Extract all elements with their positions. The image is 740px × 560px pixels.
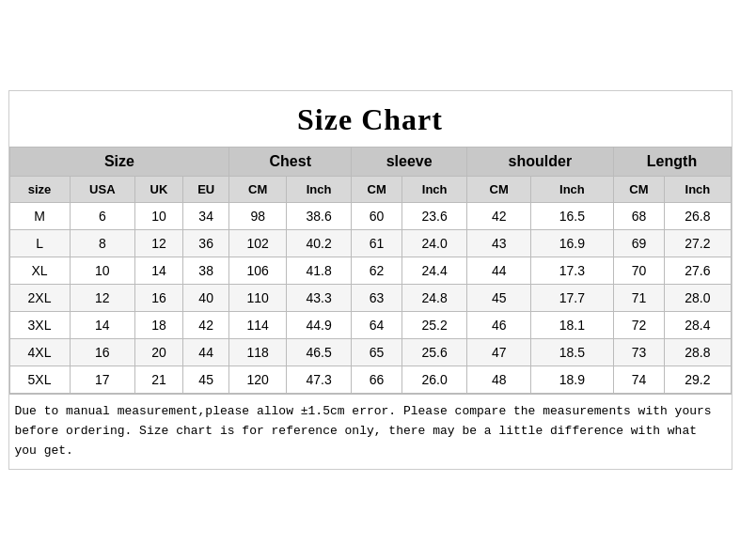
cell-usa: 6: [70, 203, 134, 230]
cell-length_inch: 28.0: [665, 285, 731, 312]
cell-shoulder_cm: 42: [467, 203, 531, 230]
col-uk: UK: [135, 177, 183, 203]
size-chart-table: Size Chest sleeve shoulder Length size U…: [9, 147, 732, 394]
cell-uk: 18: [135, 312, 183, 339]
col-sleeve-inch: Inch: [402, 177, 467, 203]
table-row: 2XL12164011043.36324.84517.77128.0: [9, 285, 731, 312]
cell-size: 2XL: [9, 285, 70, 312]
table-row: M610349838.66023.64216.56826.8: [9, 203, 731, 230]
cell-sleeve_cm: 63: [352, 285, 402, 312]
category-header-row: Size Chest sleeve shoulder Length: [9, 148, 731, 177]
cell-chest_cm: 102: [229, 230, 287, 257]
cell-size: 3XL: [9, 312, 70, 339]
cell-sleeve_cm: 66: [352, 366, 402, 394]
footer-note: Due to manual measurement,please allow ±…: [9, 394, 732, 468]
cell-usa: 12: [70, 285, 134, 312]
cell-size: M: [9, 203, 70, 230]
size-chart-container: Size Chart Size Chest sleeve shoulder Le…: [8, 90, 732, 469]
cell-length_inch: 28.8: [665, 339, 731, 366]
cell-shoulder_cm: 46: [467, 312, 531, 339]
cell-length_cm: 69: [613, 230, 665, 257]
cell-usa: 16: [70, 339, 134, 366]
col-shoulder-inch: Inch: [531, 177, 613, 203]
cell-chest_inch: 44.9: [287, 312, 352, 339]
cell-usa: 10: [70, 257, 134, 285]
cell-chest_cm: 106: [229, 257, 287, 285]
cell-chest_inch: 43.3: [287, 285, 352, 312]
cell-length_cm: 72: [613, 312, 665, 339]
cell-shoulder_inch: 18.1: [531, 312, 613, 339]
cell-length_cm: 71: [613, 285, 665, 312]
cell-length_inch: 26.8: [665, 203, 731, 230]
cell-shoulder_inch: 18.5: [531, 339, 613, 366]
cell-chest_cm: 118: [229, 339, 287, 366]
cell-uk: 12: [135, 230, 183, 257]
col-eu: EU: [182, 177, 228, 203]
cell-chest_cm: 114: [229, 312, 287, 339]
cell-chest_cm: 98: [229, 203, 287, 230]
col-length-cm: CM: [613, 177, 665, 203]
cell-sleeve_inch: 24.8: [402, 285, 467, 312]
cell-length_inch: 29.2: [665, 366, 731, 394]
cell-eu: 45: [182, 366, 228, 394]
table-row: 3XL14184211444.96425.24618.17228.4: [9, 312, 731, 339]
cell-sleeve_inch: 23.6: [402, 203, 467, 230]
sleeve-category-header: sleeve: [352, 148, 467, 177]
cell-usa: 8: [70, 230, 134, 257]
cell-sleeve_cm: 61: [352, 230, 402, 257]
cell-length_cm: 70: [613, 257, 665, 285]
cell-usa: 17: [70, 366, 134, 394]
cell-eu: 36: [182, 230, 228, 257]
cell-sleeve_inch: 24.4: [402, 257, 467, 285]
cell-shoulder_cm: 45: [467, 285, 531, 312]
cell-uk: 21: [135, 366, 183, 394]
cell-sleeve_cm: 65: [352, 339, 402, 366]
cell-size: XL: [9, 257, 70, 285]
chest-category-header: Chest: [229, 148, 352, 177]
col-usa: USA: [70, 177, 134, 203]
col-chest-cm: CM: [229, 177, 287, 203]
table-body: M610349838.66023.64216.56826.8L812361024…: [9, 203, 731, 394]
cell-sleeve_cm: 62: [352, 257, 402, 285]
cell-sleeve_cm: 60: [352, 203, 402, 230]
cell-eu: 40: [182, 285, 228, 312]
cell-shoulder_inch: 16.9: [531, 230, 613, 257]
shoulder-category-header: shoulder: [467, 148, 613, 177]
col-sleeve-cm: CM: [352, 177, 402, 203]
cell-chest_inch: 38.6: [287, 203, 352, 230]
table-row: 4XL16204411846.56525.64718.57328.8: [9, 339, 731, 366]
cell-length_cm: 68: [613, 203, 665, 230]
cell-chest_cm: 110: [229, 285, 287, 312]
cell-chest_inch: 46.5: [287, 339, 352, 366]
cell-eu: 38: [182, 257, 228, 285]
cell-shoulder_cm: 48: [467, 366, 531, 394]
cell-size: L: [9, 230, 70, 257]
cell-chest_cm: 120: [229, 366, 287, 394]
cell-size: 4XL: [9, 339, 70, 366]
col-chest-inch: Inch: [287, 177, 352, 203]
cell-shoulder_cm: 43: [467, 230, 531, 257]
cell-shoulder_cm: 47: [467, 339, 531, 366]
cell-shoulder_inch: 17.3: [531, 257, 613, 285]
col-shoulder-cm: CM: [467, 177, 531, 203]
cell-eu: 44: [182, 339, 228, 366]
cell-length_inch: 27.6: [665, 257, 731, 285]
col-size: size: [9, 177, 70, 203]
table-row: 5XL17214512047.36626.04818.97429.2: [9, 366, 731, 394]
cell-chest_inch: 41.8: [287, 257, 352, 285]
cell-uk: 14: [135, 257, 183, 285]
table-row: L8123610240.26124.04316.96927.2: [9, 230, 731, 257]
cell-size: 5XL: [9, 366, 70, 394]
cell-shoulder_inch: 18.9: [531, 366, 613, 394]
cell-uk: 16: [135, 285, 183, 312]
cell-chest_inch: 40.2: [287, 230, 352, 257]
cell-length_cm: 73: [613, 339, 665, 366]
cell-eu: 42: [182, 312, 228, 339]
cell-shoulder_inch: 16.5: [531, 203, 613, 230]
cell-sleeve_cm: 64: [352, 312, 402, 339]
cell-usa: 14: [70, 312, 134, 339]
cell-sleeve_inch: 24.0: [402, 230, 467, 257]
cell-shoulder_cm: 44: [467, 257, 531, 285]
cell-uk: 20: [135, 339, 183, 366]
cell-sleeve_inch: 25.2: [402, 312, 467, 339]
